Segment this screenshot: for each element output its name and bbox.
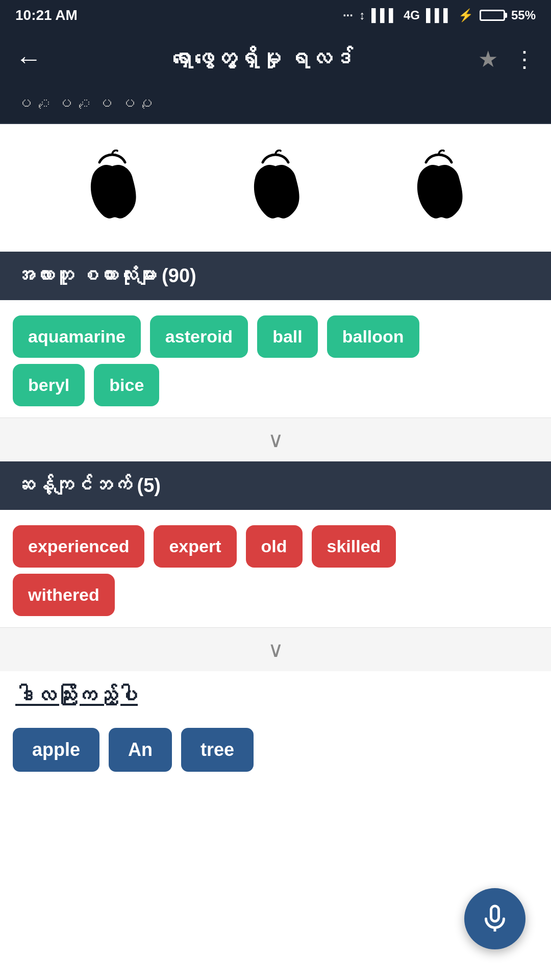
expand-synonym-button[interactable]: ∨ — [0, 627, 551, 671]
apple-section — [0, 124, 551, 252]
tag-skilled[interactable]: skilled — [312, 525, 396, 568]
tag-expert[interactable]: expert — [154, 525, 236, 568]
tag-aquamarine[interactable]: aquamarine — [13, 315, 141, 358]
chevron-down-icon: ∨ — [268, 427, 284, 452]
signal-bars: ▌▌▌ — [371, 8, 397, 22]
subtitle-bar: ပ ꩻ ပ ꩻ ပ ပပꩻ — [0, 87, 551, 124]
related-section-header: အလားတူ စကားလုံးများ (90) — [0, 252, 551, 300]
battery-icon — [480, 10, 505, 21]
charge-icon: ⚡ — [458, 8, 473, 22]
status-bar: 10:21 AM ··· ↕ ▌▌▌ 4G ▌▌▌ ⚡ 55% — [0, 0, 551, 31]
battery-percent: 55% — [511, 8, 536, 22]
signal-bars-2: ▌▌▌ — [426, 8, 452, 22]
mic-button[interactable] — [464, 888, 525, 949]
tag-asteroid[interactable]: asteroid — [150, 315, 248, 358]
related-tags-row-1: aquamarine asteroid ball balloon — [13, 315, 538, 358]
also-section: ဒါလည်းကြည့်ပါ — [0, 671, 551, 718]
chevron-down-icon-2: ∨ — [268, 637, 284, 662]
tag-old[interactable]: old — [246, 525, 303, 568]
synonym-tags-row-2: withered — [13, 574, 538, 616]
chip-an[interactable]: An — [109, 728, 172, 772]
status-right: ··· ↕ ▌▌▌ 4G ▌▌▌ ⚡ 55% — [343, 8, 536, 22]
star-button[interactable]: ★ — [478, 46, 498, 72]
expand-related-button[interactable]: ∨ — [0, 418, 551, 461]
apple-icon-1 — [74, 150, 151, 226]
tag-beryl[interactable]: beryl — [13, 364, 85, 406]
tag-balloon[interactable]: balloon — [327, 315, 419, 358]
synonym-section-header: ဆန့်ကျင်ဘက် (5) — [0, 461, 551, 510]
apple-icon-3 — [400, 150, 477, 226]
top-nav: ← ရှာဖွေတွေ့ရှိမှု ရလဒ် ★ ⋮ — [0, 31, 551, 87]
synonym-tags-section: experienced expert old skilled withered — [0, 510, 551, 627]
related-tags-section: aquamarine asteroid ball balloon beryl b… — [0, 300, 551, 418]
tag-ball[interactable]: ball — [257, 315, 318, 358]
status-time: 10:21 AM — [15, 7, 78, 23]
tag-bice[interactable]: bice — [94, 364, 159, 406]
more-button[interactable]: ⋮ — [513, 46, 536, 72]
signal-arrows: ↕ — [359, 8, 365, 22]
subtitle-text: ပ ꩻ ပ ꩻ ပ ပပꩻ — [15, 94, 154, 112]
network-type: 4G — [404, 8, 420, 22]
tag-experienced[interactable]: experienced — [13, 525, 144, 568]
mic-icon — [480, 903, 510, 934]
chip-apple[interactable]: apple — [13, 728, 99, 772]
signal-dots: ··· — [343, 8, 353, 22]
related-tags-row-2: beryl bice — [13, 364, 538, 406]
apple-icon-2 — [237, 150, 314, 226]
page-title: ရှာဖွေတွေ့ရှိမှု ရလဒ် — [57, 46, 468, 71]
chip-tree[interactable]: tree — [181, 728, 254, 772]
bottom-chips-area: apple An tree — [0, 718, 551, 792]
synonym-tags-row-1: experienced expert old skilled — [13, 525, 538, 568]
back-button[interactable]: ← — [15, 43, 42, 74]
tag-withered[interactable]: withered — [13, 574, 115, 616]
